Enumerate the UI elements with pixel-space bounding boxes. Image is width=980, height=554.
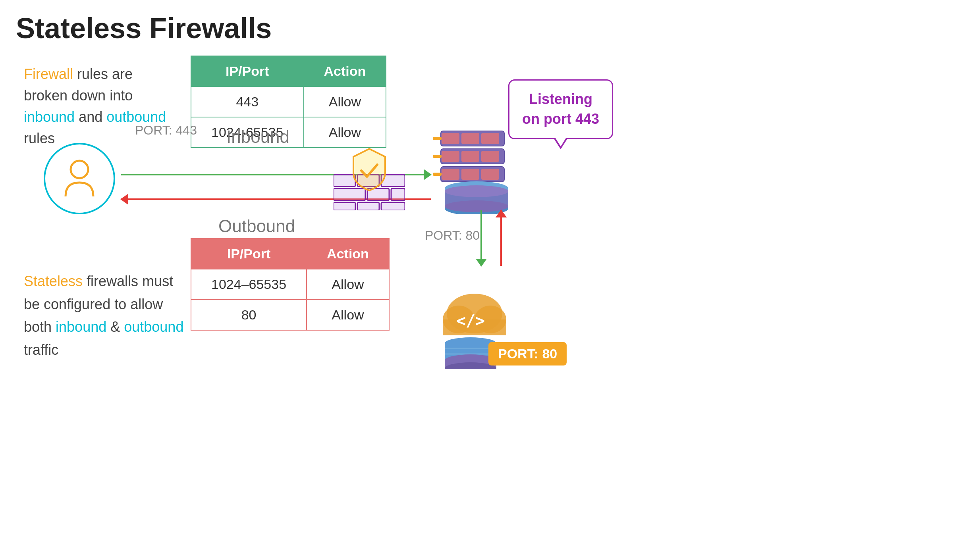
svg-rect-15 <box>442 151 459 162</box>
svg-rect-13 <box>481 133 499 144</box>
inbound-col1-header: IP/Port <box>191 56 304 87</box>
table-row: 1024–65535 Allow <box>191 269 389 300</box>
outbound-row2-col2: Allow <box>307 300 389 330</box>
user-avatar <box>44 143 115 214</box>
svg-rect-11 <box>442 133 459 144</box>
speech-bubble: Listening on port 443 <box>508 79 613 139</box>
svg-point-0 <box>71 161 88 178</box>
outbound-row1-col2: Allow <box>307 269 389 300</box>
stateless-description: Stateless firewalls must be configured t… <box>24 270 191 361</box>
outbound-label: Outbound <box>218 216 295 236</box>
arrow-down-green <box>480 210 482 266</box>
svg-rect-28 <box>433 173 442 176</box>
outbound-col2-header: Action <box>307 239 389 269</box>
inbound-row2-col2: Allow <box>304 117 386 148</box>
firewall-icon <box>334 147 405 202</box>
outbound-row2-col1: 80 <box>191 300 307 330</box>
port-80-badge: PORT: 80 <box>488 342 567 365</box>
stateless-outbound-word: outbound <box>124 319 183 335</box>
svg-rect-12 <box>461 133 479 144</box>
page-title: Stateless Firewalls <box>16 12 272 44</box>
inbound-row1-col2: Allow <box>304 87 386 117</box>
svg-text:</>: </> <box>456 312 485 330</box>
table-row: 443 Allow <box>191 87 386 117</box>
speech-line2: on port 443 <box>522 111 599 127</box>
svg-rect-9 <box>381 202 405 210</box>
inbound-label: Inbound <box>226 127 289 147</box>
svg-rect-17 <box>481 151 499 162</box>
speech-line1: Listening <box>529 91 592 107</box>
svg-point-30 <box>445 185 508 197</box>
outbound-table: IP/Port Action 1024–65535 Allow 80 Allow <box>191 238 390 331</box>
svg-rect-16 <box>461 151 479 162</box>
svg-rect-7 <box>334 202 355 210</box>
stateless-part2: & <box>110 319 124 335</box>
firewall-word: Firewall <box>24 66 73 82</box>
port-443-label: PORT: 443 <box>135 123 197 138</box>
inbound-col2-header: Action <box>304 56 386 87</box>
outbound-word: outbound <box>106 109 166 125</box>
svg-rect-19 <box>442 169 459 180</box>
arrow-up-red <box>500 210 502 266</box>
svg-rect-1 <box>334 175 355 187</box>
port-80-label: PORT: 80 <box>425 228 480 243</box>
inbound-word: inbound <box>24 109 75 125</box>
table-row: 80 Allow <box>191 300 389 330</box>
user-icon <box>60 157 99 200</box>
svg-rect-6 <box>391 189 405 200</box>
stateless-word: Stateless <box>24 273 83 289</box>
server-stack <box>433 127 520 216</box>
svg-rect-8 <box>357 202 379 210</box>
stateless-inbound-word: inbound <box>56 319 106 335</box>
stateless-part3: traffic <box>24 342 58 358</box>
svg-rect-20 <box>461 169 479 180</box>
outbound-col1-header: IP/Port <box>191 239 307 269</box>
svg-rect-27 <box>433 155 442 158</box>
svg-rect-21 <box>481 169 499 180</box>
desc-part2: and <box>79 109 106 125</box>
desc-part3: rules <box>24 130 55 146</box>
outbound-row1-col1: 1024–65535 <box>191 269 307 300</box>
svg-rect-4 <box>334 189 365 200</box>
inbound-row1-col1: 443 <box>191 87 304 117</box>
svg-rect-26 <box>433 137 442 140</box>
